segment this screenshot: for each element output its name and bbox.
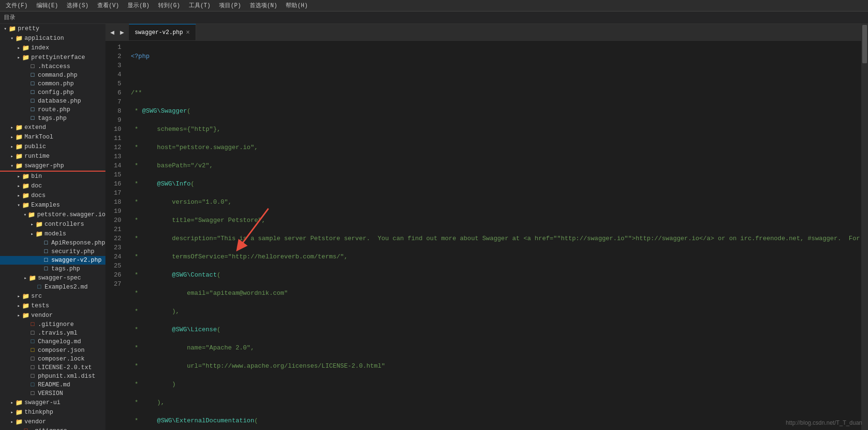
file-icon: □ — [29, 338, 36, 345]
folder-icon: 📁 — [22, 302, 30, 310]
sidebar-item-extend[interactable]: ▸ 📁 extend — [0, 123, 105, 132]
sidebar-item-swagger-ui[interactable]: ▸ 📁 swagger-ui — [0, 398, 105, 407]
file-icon: □ — [42, 266, 50, 272]
nav-back-button[interactable]: ◀ — [108, 27, 116, 37]
sidebar-item-htaccess[interactable]: □ .htaccess — [0, 62, 105, 71]
file-icon: □ — [29, 63, 36, 70]
menu-view[interactable]: 查看(V) — [93, 0, 123, 11]
sidebar-item-index[interactable]: ▸ 📁 index — [0, 43, 105, 53]
scroll-thumb[interactable] — [862, 25, 867, 63]
folder-icon: 📁 — [15, 133, 23, 141]
spacer-icon — [22, 339, 29, 345]
sidebar-item-models[interactable]: ▸ 📁 models — [0, 229, 105, 239]
sidebar-item-bin[interactable]: ▸ 📁 bin — [0, 172, 105, 181]
code-line-7: * basePath="/v2", — [131, 161, 861, 170]
sidebar-item-travis[interactable]: □ .travis.yml — [0, 329, 105, 337]
spacer-icon — [22, 322, 29, 327]
sidebar: ▾ 📁 pretty ▾ 📁 application ▸ 📁 index ▸ 📁… — [0, 24, 105, 430]
sidebar-item-phpunit[interactable]: □ phpunit.xml.dist — [0, 372, 105, 381]
chevron-right-icon: ▸ — [15, 174, 22, 179]
chevron-right-icon: ▸ — [9, 409, 15, 415]
sidebar-item-swagger-spec[interactable]: ▸ 📁 swagger-spec — [0, 273, 105, 283]
sidebar-item-config-php[interactable]: □ config.php — [0, 88, 105, 97]
folder-icon: 📁 — [15, 143, 23, 151]
sidebar-item-controllers[interactable]: ▸ 📁 controllers — [0, 220, 105, 229]
sidebar-item-vendor-root[interactable]: ▸ 📁 vendor — [0, 417, 105, 427]
sidebar-item-thinkphp[interactable]: ▸ 📁 thinkphp — [0, 407, 105, 417]
sidebar-item-common-php[interactable]: □ common.php — [0, 80, 105, 88]
chevron-right-icon: ▸ — [15, 293, 22, 299]
scroll-indicator[interactable] — [861, 24, 868, 430]
sidebar-item-command-php[interactable]: □ command.php — [0, 71, 105, 80]
editor-area[interactable]: 1 2 3 4 5 6 7 8 9 10 11 12 13 14 — [105, 41, 861, 430]
sidebar-item-application[interactable]: ▾ 📁 application — [0, 34, 105, 43]
folder-icon: 📁 — [22, 292, 30, 300]
sidebar-item-petstore[interactable]: ▾ 📁 petstore.swagger.io — [0, 210, 105, 220]
chevron-right-icon: ▸ — [15, 303, 22, 309]
sidebar-item-tests[interactable]: ▸ 📁 tests — [0, 301, 105, 311]
code-line-8: * @SWG\Info( — [131, 179, 861, 188]
sidebar-item-public[interactable]: ▸ 📁 public — [0, 142, 105, 151]
folder-icon: 📁 — [22, 173, 30, 180]
sidebar-item-license[interactable]: □ LICENSE-2.0.txt — [0, 363, 105, 372]
sidebar-item-doc[interactable]: ▸ 📁 doc — [0, 181, 105, 191]
code-line-20: * ), — [131, 398, 861, 407]
tab-close-button[interactable]: × — [186, 29, 190, 36]
sidebar-item-examples2[interactable]: □ Examples2.md — [0, 283, 105, 291]
sidebar-item-runtime[interactable]: ▸ 📁 runtime — [0, 151, 105, 161]
menu-goto[interactable]: 转到(G) — [154, 0, 184, 11]
tab-swagger-v2[interactable]: swagger-v2.php × — [129, 24, 196, 41]
chevron-right-icon: ▸ — [15, 183, 22, 189]
sidebar-item-apiresponse[interactable]: □ ApiResponse.php — [0, 239, 105, 247]
sidebar-item-gitignore[interactable]: □ .gitignore — [0, 320, 105, 329]
sidebar-item-pretty[interactable]: ▾ 📁 pretty — [0, 24, 105, 34]
code-line-1: <?php — [131, 52, 861, 61]
nav-forward-button[interactable]: ▶ — [118, 27, 126, 37]
chevron-right-icon: ▸ — [15, 313, 22, 318]
code-content[interactable]: <?php /** * @SWG\Swagger( * schemes={"ht… — [127, 41, 861, 430]
sidebar-item-vendor-swagger[interactable]: ▸ 📁 vendor — [0, 311, 105, 320]
sidebar-item-database-php[interactable]: □ database.php — [0, 97, 105, 105]
sidebar-item-src[interactable]: ▸ 📁 src — [0, 291, 105, 301]
menu-select[interactable]: 选择(S) — [63, 0, 93, 11]
spacer-icon — [35, 241, 42, 246]
menu-preferences[interactable]: 首选项(N) — [246, 0, 281, 11]
sidebar-item-examples[interactable]: ▾ 📁 Examples — [0, 200, 105, 210]
sidebar-item-changelog[interactable]: □ Changelog.md — [0, 337, 105, 346]
sidebar-item-marktool[interactable]: ▸ 📁 MarkTool — [0, 132, 105, 142]
spacer-icon — [22, 90, 29, 95]
sidebar-item-security[interactable]: □ security.php — [0, 247, 105, 256]
menu-tools[interactable]: 工具(T) — [185, 0, 215, 11]
spacer-icon — [22, 331, 29, 336]
sidebar-item-tags-php[interactable]: □ tags.php — [0, 114, 105, 123]
menu-help[interactable]: 帮助(H) — [282, 0, 312, 11]
sidebar-item-docs[interactable]: ▸ 📁 docs — [0, 191, 105, 200]
chevron-down-icon: ▾ — [2, 26, 9, 32]
spacer-icon — [22, 391, 29, 396]
menu-file[interactable]: 文件(F) — [2, 0, 32, 11]
file-icon: □ — [29, 98, 36, 105]
menu-edit[interactable]: 编辑(E) — [33, 0, 62, 11]
sidebar-item-composer-lock[interactable]: □ composer.lock — [0, 355, 105, 363]
sidebar-item-swagger-php[interactable]: ▾ 📁 swagger-php — [0, 161, 105, 172]
sidebar-item-composer-json[interactable]: □ composer.json — [0, 346, 105, 355]
menu-project[interactable]: 项目(P) — [215, 0, 245, 11]
sidebar-item-swagger-v2[interactable]: □ swagger-v2.php — [0, 256, 105, 265]
file-icon: □ — [29, 81, 36, 87]
sidebar-item-tags-php2[interactable]: □ tags.php — [0, 265, 105, 273]
code-line-13: * @SWG\Contact( — [131, 270, 861, 279]
file-icon: □ — [42, 240, 50, 246]
sidebar-item-version[interactable]: □ VERSION — [0, 389, 105, 398]
file-icon: □ — [29, 347, 36, 354]
chevron-right-icon: ▸ — [15, 55, 22, 60]
folder-icon: 📁 — [28, 211, 35, 219]
sidebar-item-route-php[interactable]: □ route.php — [0, 105, 105, 114]
menu-display[interactable]: 显示(B) — [124, 0, 153, 11]
sidebar-item-readme[interactable]: □ README.md — [0, 381, 105, 389]
file-icon: □ — [42, 248, 50, 255]
folder-icon: 📁 — [15, 399, 23, 407]
file-icon: □ — [29, 321, 36, 328]
sidebar-item-prettyinterface[interactable]: ▸ 📁 prettyinterface — [0, 53, 105, 62]
sidebar-item-gitignore-root[interactable]: □ .gitignore — [0, 427, 105, 430]
chevron-down-icon: ▾ — [15, 202, 22, 208]
